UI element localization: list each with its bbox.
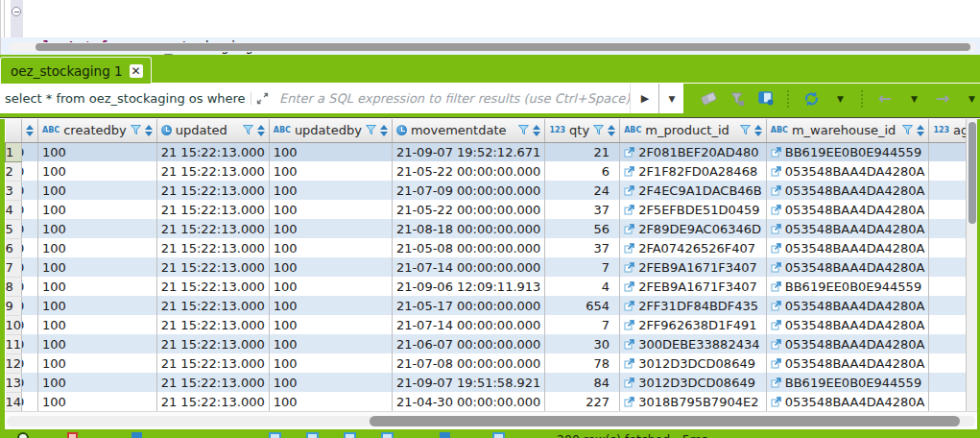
cell-qty[interactable]: 7: [545, 315, 620, 334]
grid-vertical-scrollbar[interactable]: [966, 119, 977, 411]
cell-m_warehouse_id[interactable]: 053548BAA4DA4280A: [766, 181, 929, 200]
cell-movementdate[interactable]: 21-04-30 00:00:00.000: [392, 392, 544, 411]
cell-m_product_id[interactable]: 2FEB9A1671F3407: [620, 277, 767, 296]
cell-qty[interactable]: 84: [545, 373, 620, 392]
cell-m_warehouse_id[interactable]: 053548BAA4DA4280A: [766, 200, 929, 219]
header-cell-createdby[interactable]: ABCcreatedby: [38, 119, 157, 142]
cell-created[interactable]: 0: [22, 296, 38, 315]
expand-filter-icon[interactable]: [251, 92, 274, 105]
save-icon[interactable]: [131, 432, 142, 438]
table-row[interactable]: 8010021 15:22:13.00010021-09-06 12:09:11…: [6, 277, 967, 296]
close-icon[interactable]: ✕: [130, 64, 143, 78]
editor-horizontal-scrollbar[interactable]: [9, 42, 976, 52]
open-reference-icon[interactable]: [771, 166, 781, 177]
table-row[interactable]: 5010021 15:22:13.00010021-08-18 00:00:00…: [6, 219, 967, 238]
cell-updated[interactable]: 21 15:22:13.000: [156, 219, 269, 238]
cell-created[interactable]: 0: [22, 353, 38, 373]
cell-age[interactable]: 191: [929, 257, 966, 277]
cell-movementdate[interactable]: 21-05-17 00:00:00.000: [392, 296, 544, 315]
table-row[interactable]: 1010021 15:22:13.00010021-09-07 19:52:12…: [6, 142, 967, 161]
cell-created[interactable]: 0: [22, 315, 38, 334]
cell-m_warehouse_id[interactable]: 053548BAA4DA4280A: [766, 257, 929, 277]
cell-movementdate[interactable]: 21-05-08 00:00:00.000: [392, 238, 544, 257]
cell-qty[interactable]: 21: [545, 142, 620, 161]
hscroll-track[interactable]: [7, 416, 975, 426]
open-reference-icon[interactable]: [624, 281, 634, 292]
cell-m_warehouse_id[interactable]: BB619EE0B0E944559: [766, 277, 929, 296]
open-reference-icon[interactable]: [771, 339, 781, 350]
cell-qty[interactable]: 654: [545, 296, 620, 315]
cell-updated[interactable]: 21 15:22:13.000: [156, 277, 269, 296]
open-reference-icon[interactable]: [771, 243, 781, 254]
cell-m_product_id[interactable]: 2FF962638D1F491: [620, 315, 767, 334]
row-number[interactable]: 8: [6, 277, 22, 296]
cell-age[interactable]: 196: [929, 181, 966, 200]
apply-filter-button[interactable]: ▶: [630, 84, 658, 113]
cell-m_product_id[interactable]: 2FF31DF84BDF435: [620, 296, 767, 315]
open-reference-icon[interactable]: [624, 377, 634, 388]
cell-updated[interactable]: 21 15:22:13.000: [156, 353, 269, 373]
cell-updatedby[interactable]: 100: [269, 219, 392, 238]
cell-m_product_id[interactable]: 3012D3DCD08649: [620, 373, 767, 392]
cell-updatedby[interactable]: 100: [269, 373, 392, 392]
filter-icon[interactable]: [902, 125, 913, 135]
cell-updated[interactable]: 21 15:22:13.000: [156, 200, 269, 219]
cell-movementdate[interactable]: 21-07-09 00:00:00.000: [392, 181, 544, 200]
cell-qty[interactable]: 227: [545, 392, 620, 411]
row-number[interactable]: 9: [6, 296, 22, 315]
sql-editor[interactable]: select * from oez_stockaging os where os…: [0, 0, 980, 55]
record-view-icon[interactable]: [344, 432, 356, 438]
cell-m_product_id[interactable]: 2FEB9A1671F3407: [620, 257, 767, 277]
cell-qty[interactable]: 30: [545, 334, 620, 353]
open-reference-icon[interactable]: [624, 397, 634, 407]
sort-icon[interactable]: [533, 125, 540, 136]
cell-m_product_id[interactable]: 2F1F82FD0A28468: [620, 161, 767, 181]
cell-m_product_id[interactable]: 2F4EC9A1DACB46B: [620, 181, 767, 200]
cell-createdby[interactable]: 100: [38, 181, 157, 200]
cell-m_product_id[interactable]: 2F5EFBDE51D0459: [620, 200, 767, 219]
cell-movementdate[interactable]: 21-07-14 00:00:00.000: [392, 257, 544, 277]
open-reference-icon[interactable]: [771, 147, 781, 158]
apply-filter-dropdown[interactable]: ▼: [658, 84, 683, 113]
cell-createdby[interactable]: 100: [38, 200, 157, 219]
cell-age[interactable]: 156: [929, 219, 966, 238]
cell-qty[interactable]: 24: [545, 181, 620, 200]
open-reference-icon[interactable]: [771, 301, 781, 311]
collapse-block-icon[interactable]: [12, 7, 21, 16]
panels-view-icon[interactable]: [381, 432, 394, 438]
cell-created[interactable]: 0: [22, 277, 38, 296]
cell-m_product_id[interactable]: 2F89DE9AC06346D: [620, 219, 767, 238]
filter-icon[interactable]: [243, 125, 253, 135]
cell-m_product_id[interactable]: 3018B795B7904E2: [620, 392, 767, 411]
cell-createdby[interactable]: 100: [38, 277, 157, 296]
cell-m_warehouse_id[interactable]: 053548BAA4DA4280A: [766, 238, 929, 257]
cell-qty[interactable]: 56: [545, 219, 620, 238]
cell-created[interactable]: 0: [22, 181, 38, 200]
cell-age[interactable]: 228: [929, 334, 966, 353]
cell-created[interactable]: 0: [22, 334, 38, 353]
table-row[interactable]: 12010021 15:22:13.00010021-07-08 00:00:0…: [6, 353, 967, 373]
cell-qty[interactable]: 7: [545, 257, 620, 277]
filter-icon[interactable]: [740, 125, 751, 135]
table-row[interactable]: 3010021 15:22:13.00010021-07-09 00:00:00…: [6, 181, 967, 200]
cell-m_product_id[interactable]: 300DEBE33882434: [620, 334, 767, 353]
row-number[interactable]: 5: [6, 219, 22, 238]
row-number[interactable]: 1: [6, 142, 22, 161]
filter-icon[interactable]: [518, 125, 529, 135]
cell-movementdate[interactable]: 21-05-22 00:00:00.000: [392, 161, 544, 181]
open-reference-icon[interactable]: [624, 205, 634, 215]
cell-updated[interactable]: 21 15:22:13.000: [156, 257, 269, 277]
cell-age[interactable]: 136: [929, 142, 966, 161]
open-reference-icon[interactable]: [624, 339, 634, 350]
cell-createdby[interactable]: 100: [38, 257, 157, 277]
cell-m_product_id[interactable]: 3012D3DCD08649: [620, 353, 767, 373]
cell-movementdate[interactable]: 21-06-07 00:00:00.000: [392, 334, 544, 353]
table-row[interactable]: 9010021 15:22:13.00010021-05-17 00:00:00…: [6, 296, 967, 315]
cell-created[interactable]: 0: [22, 257, 38, 277]
cell-qty[interactable]: 6: [545, 161, 620, 181]
cell-qty[interactable]: 37: [545, 238, 620, 257]
cell-age[interactable]: 197: [929, 353, 966, 373]
cell-m_warehouse_id[interactable]: 053548BAA4DA4280A: [766, 353, 929, 373]
editor-hscroll-thumb[interactable]: [36, 43, 970, 51]
cell-movementdate[interactable]: 21-09-07 19:52:12.671: [392, 142, 544, 161]
